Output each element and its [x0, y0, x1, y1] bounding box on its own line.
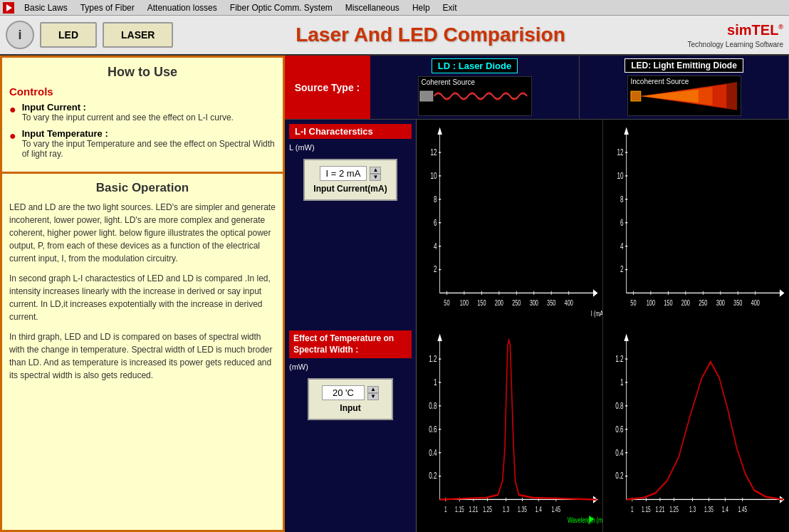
li-led-svg: 12 10 8 6 4 2: [603, 120, 789, 326]
control-current-desc: To vary the input current and see the ef…: [22, 113, 234, 122]
svg-text:0.8: 0.8: [615, 400, 623, 410]
control-temp-desc: To vary the input Temperature and see th…: [22, 139, 276, 159]
control-temp-label: Input Temperature :: [22, 128, 276, 139]
svg-text:0.2: 0.2: [429, 470, 437, 480]
right-panel: Source Type : LD : Laser Diode Coherent …: [285, 56, 789, 532]
led-source-display: Incoherent Source: [627, 75, 741, 116]
brand-post: TEL: [752, 22, 779, 38]
menu-fiber-optic[interactable]: Fiber Optic Comm. System: [224, 1, 338, 14]
bullet-icon: ●: [9, 103, 16, 116]
svg-text:50: 50: [630, 298, 637, 307]
svg-text:300: 300: [530, 298, 539, 307]
info-button[interactable]: i: [6, 21, 34, 49]
svg-text:12: 12: [617, 147, 623, 157]
charts-section: L-I Characterstics L (mW) I = 2 mA ▲ ▼ I…: [285, 120, 789, 532]
simtel-logo: simTEL® Technology Learning Software: [687, 20, 783, 50]
control-current-text: Input Current : To vary the input curren…: [22, 102, 234, 122]
svg-text:1.21: 1.21: [469, 504, 479, 513]
svg-text:6: 6: [620, 217, 624, 227]
svg-text:1.45: 1.45: [738, 504, 747, 513]
svg-text:0.4: 0.4: [429, 447, 437, 457]
svg-text:0.4: 0.4: [615, 447, 623, 457]
toolbar: i LED LASER Laser And LED Comparision si…: [0, 16, 789, 56]
ld-title: LD : Laser Diode: [432, 58, 518, 73]
svg-text:350: 350: [547, 298, 556, 307]
svg-rect-2: [419, 91, 432, 101]
spectral-title: Effect of Temperature on Spectral Width …: [289, 330, 412, 359]
svg-text:1.4: 1.4: [535, 504, 542, 513]
svg-text:400: 400: [751, 298, 761, 307]
svg-text:8: 8: [434, 194, 437, 204]
menu-basic-laws[interactable]: Basic Laws: [19, 1, 73, 14]
basic-op-p1: LED and LD are the two light sources. LE…: [9, 201, 276, 265]
input-current-label: Input Current(mA): [313, 184, 387, 194]
li-section: L-I Characterstics L (mW) I = 2 mA ▲ ▼ I…: [285, 120, 789, 326]
svg-text:200: 200: [681, 298, 691, 307]
ld-source-display: Coherent Source: [418, 76, 532, 116]
svg-text:1.25: 1.25: [483, 504, 492, 513]
svg-text:1.4: 1.4: [722, 504, 728, 513]
input-temp-box: 20 'C ▲ ▼ Input: [308, 378, 393, 420]
svg-text:1.2: 1.2: [429, 353, 437, 363]
current-spinner[interactable]: ▲ ▼: [370, 167, 381, 181]
svg-text:1: 1: [444, 504, 447, 513]
menu-exit[interactable]: Exit: [437, 1, 463, 14]
brand-pre: sim: [727, 22, 751, 38]
input-current-box: I = 2 mA ▲ ▼ Input Current(mA): [303, 159, 397, 201]
svg-text:1.3: 1.3: [689, 504, 696, 513]
temp-spinner[interactable]: ▲ ▼: [367, 386, 379, 400]
logo-tagline: Technology Learning Software: [687, 40, 783, 50]
svg-text:300: 300: [716, 298, 726, 307]
svg-text:1.15: 1.15: [642, 504, 651, 513]
svg-text:1.21: 1.21: [656, 504, 665, 513]
bullet-icon-2: ●: [9, 130, 16, 142]
control-item-temperature: ● Input Temperature : To vary the input …: [9, 128, 276, 159]
basic-op-p2: In second graph L-I charactestics of LED…: [9, 272, 276, 323]
control-item-current: ● Input Current : To vary the input curr…: [9, 102, 276, 122]
svg-text:1.15: 1.15: [455, 504, 464, 513]
input-temp-row: 20 'C ▲ ▼: [322, 385, 379, 400]
menu-types-fiber[interactable]: Types of Fiber: [75, 1, 140, 14]
laser-tab[interactable]: LASER: [103, 22, 173, 48]
led-section: LED: Light Emitting Diode Incoherent Sou…: [580, 56, 789, 119]
control-current-label: Input Current :: [22, 102, 234, 113]
svg-text:12: 12: [430, 147, 437, 157]
svg-text:2: 2: [620, 264, 624, 273]
spectral-left-controls: Effect of Temperature on Spectral Width …: [285, 326, 417, 533]
svg-marker-7: [640, 90, 698, 103]
svg-text:1: 1: [434, 376, 437, 386]
svg-text:1.3: 1.3: [503, 504, 509, 513]
svg-text:1: 1: [620, 376, 624, 386]
spectral-led-chart: 1.2 1 0.8 0.6 0.4 0.2: [603, 326, 789, 533]
svg-text:10: 10: [430, 170, 437, 180]
page-title: Laser And LED Comparision: [179, 24, 681, 46]
basic-operation-section: Basic Operation LED and LD are the two l…: [2, 174, 283, 396]
how-to-use-section: How to Use Controls ● Input Current : To…: [2, 58, 283, 174]
source-type-row: Source Type : LD : Laser Diode Coherent …: [285, 56, 789, 120]
spectral-charts: 1.2 1 0.8 0.6 0.4 0.2: [417, 326, 789, 533]
svg-text:100: 100: [460, 298, 469, 307]
menu-help[interactable]: Help: [407, 1, 436, 14]
spin-down-btn[interactable]: ▼: [370, 174, 381, 181]
temp-input-label: Input: [340, 403, 360, 413]
svg-text:0.2: 0.2: [615, 470, 623, 480]
menu-attenuation[interactable]: Attenuation losses: [142, 1, 223, 14]
svg-text:150: 150: [477, 298, 486, 307]
svg-text:2: 2: [434, 264, 437, 273]
li-left-controls: L-I Characterstics L (mW) I = 2 mA ▲ ▼ I…: [285, 120, 417, 326]
temp-spin-down-btn[interactable]: ▼: [367, 393, 379, 400]
svg-rect-3: [630, 91, 640, 101]
svg-text:Wavelength (microA): Wavelength (microA): [568, 515, 602, 524]
temp-value: 20 'C: [322, 385, 365, 400]
svg-rect-75: [417, 326, 602, 533]
li-ld-svg: 12 10 8 6 4 2: [417, 120, 602, 326]
svg-text:50: 50: [444, 298, 450, 307]
li-title: L-I Characterstics: [289, 124, 412, 139]
temp-spin-up-btn[interactable]: ▲: [367, 386, 379, 393]
spin-up-btn[interactable]: ▲: [370, 167, 381, 174]
svg-text:1: 1: [631, 504, 634, 513]
svg-text:10: 10: [617, 170, 623, 180]
menu-miscellaneous[interactable]: Miscellaneous: [340, 1, 405, 14]
input-current-value: I = 2 mA: [320, 166, 367, 181]
led-tab[interactable]: LED: [40, 22, 97, 48]
